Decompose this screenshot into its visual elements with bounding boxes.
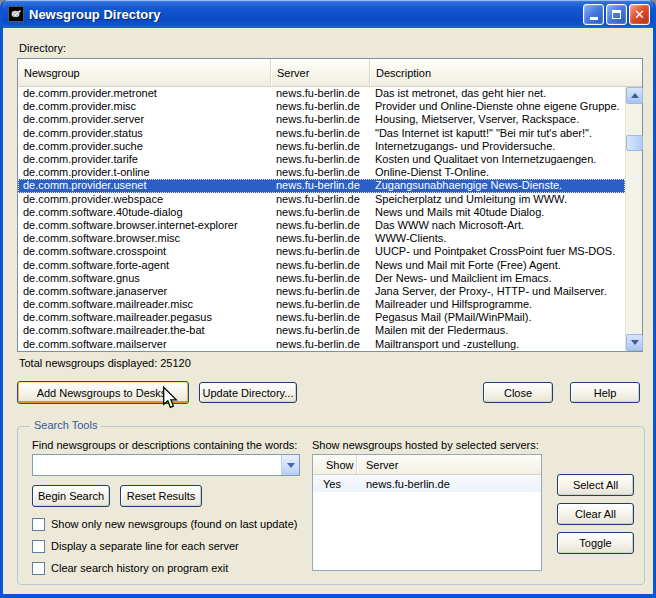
total-newsgroups-label: Total newsgroups displayed: 25120 (19, 357, 191, 369)
table-row[interactable]: de.comm.provider.usenetnews.fu-berlin.de… (18, 179, 625, 192)
table-row[interactable]: de.comm.provider.metronetnews.fu-berlin.… (18, 87, 625, 100)
table-cell: news.fu-berlin.de (271, 166, 370, 179)
table-row[interactable]: de.comm.software.mailreader.miscnews.fu-… (18, 298, 625, 311)
server-cell: news.fu-berlin.de (357, 478, 541, 490)
directory-label: Directory: (19, 42, 66, 54)
table-cell: de.comm.provider.t-online (18, 166, 271, 179)
table-row[interactable]: de.comm.software.forte-agentnews.fu-berl… (18, 258, 625, 271)
table-cell: news.fu-berlin.de (271, 245, 370, 258)
table-cell: de.comm.software.browser.internet-explor… (18, 219, 271, 232)
server-column-server[interactable]: Server (357, 455, 541, 474)
table-cell: de.comm.software.browser.misc (18, 232, 271, 245)
checkbox-row[interactable]: Show only new newsgroups (found on last … (32, 517, 297, 531)
newsgroup-table: Newsgroup Server Description de.comm.pro… (17, 58, 643, 352)
checkbox-row[interactable]: Clear search history on program exit (32, 561, 297, 575)
maximize-button[interactable] (606, 4, 627, 25)
vertical-scrollbar[interactable] (625, 87, 642, 351)
column-header-newsgroup[interactable]: Newsgroup (18, 59, 271, 86)
table-cell: de.comm.provider.status (18, 127, 271, 140)
table-row[interactable]: de.comm.provider.suchenews.fu-berlin.deI… (18, 140, 625, 153)
checkbox-label: Display a separate line for each server (51, 540, 239, 552)
table-cell: de.comm.software.40tude-dialog (18, 206, 271, 219)
table-cell: Der News- und Mailclient im Emacs. (370, 272, 625, 285)
table-row[interactable]: de.comm.software.browser.miscnews.fu-ber… (18, 232, 625, 245)
server-row[interactable]: Yesnews.fu-berlin.de (313, 475, 541, 492)
table-row[interactable]: de.comm.software.mailservernews.fu-berli… (18, 338, 625, 351)
table-cell: de.comm.software.mailreader.the-bat (18, 324, 271, 337)
table-row[interactable]: de.comm.software.crosspointnews.fu-berli… (18, 245, 625, 258)
table-row[interactable]: de.comm.software.gnusnews.fu-berlin.deDe… (18, 272, 625, 285)
toggle-button[interactable]: Toggle (557, 532, 634, 554)
minimize-button[interactable] (583, 4, 604, 25)
table-row[interactable]: de.comm.provider.statusnews.fu-berlin.de… (18, 127, 625, 140)
reset-results-button[interactable]: Reset Results (120, 485, 202, 507)
table-row[interactable]: de.comm.provider.tarifenews.fu-berlin.de… (18, 153, 625, 166)
close-button[interactable]: Close (483, 382, 553, 403)
table-cell: news.fu-berlin.de (271, 206, 370, 219)
table-row[interactable]: de.comm.software.janaservernews.fu-berli… (18, 285, 625, 298)
select-all-button[interactable]: Select All (557, 474, 634, 496)
table-cell: de.comm.provider.metronet (18, 87, 271, 100)
table-row[interactable]: de.comm.software.40tude-dialognews.fu-be… (18, 206, 625, 219)
server-cell: Yes (313, 478, 357, 490)
table-row[interactable]: de.comm.provider.miscnews.fu-berlin.dePr… (18, 100, 625, 113)
table-row[interactable]: de.comm.software.browser.internet-explor… (18, 219, 625, 232)
table-row[interactable]: de.comm.software.mailreader.pegasusnews.… (18, 311, 625, 324)
table-cell: de.comm.software.mailserver (18, 338, 271, 351)
table-cell: news.fu-berlin.de (271, 272, 370, 285)
close-window-button[interactable]: ✕ (629, 4, 650, 25)
begin-search-button[interactable]: Begin Search (32, 485, 110, 507)
table-cell: news.fu-berlin.de (271, 193, 370, 206)
server-list: Show Server Yesnews.fu-berlin.de (312, 454, 542, 571)
servers-label: Show newsgroups hosted by selected serve… (312, 439, 539, 451)
search-words-combobox[interactable] (32, 454, 300, 476)
column-header-server[interactable]: Server (271, 59, 370, 86)
scroll-up-button[interactable] (626, 87, 643, 104)
table-cell: de.comm.software.mailreader.misc (18, 298, 271, 311)
column-header-description[interactable]: Description (370, 59, 642, 86)
table-cell: news.fu-berlin.de (271, 338, 370, 351)
newsgroup-table-body: de.comm.provider.metronetnews.fu-berlin.… (18, 87, 625, 351)
table-cell: news.fu-berlin.de (271, 113, 370, 126)
search-words-value[interactable] (33, 455, 281, 475)
checkbox-unchecked[interactable] (32, 518, 45, 531)
table-cell: de.comm.software.forte-agent (18, 259, 271, 272)
table-cell: de.comm.software.crosspoint (18, 245, 271, 258)
help-button[interactable]: Help (570, 382, 640, 403)
table-row[interactable]: de.comm.software.mailreader.the-batnews.… (18, 324, 625, 337)
table-cell: Das ist metronet, das geht hier net. (370, 87, 625, 100)
table-cell: news.fu-berlin.de (271, 100, 370, 113)
minimize-icon (590, 17, 598, 20)
table-cell: news.fu-berlin.de (271, 219, 370, 232)
app-icon (8, 6, 24, 22)
chevron-up-icon (631, 93, 639, 98)
add-newsgroups-button[interactable]: Add Newsgroups to Desks. (17, 381, 189, 404)
table-cell: Speicherplatz und Umleitung im WWW. (370, 193, 625, 206)
checkbox-unchecked[interactable] (32, 562, 45, 575)
combo-dropdown-button[interactable] (281, 455, 299, 475)
table-cell: de.comm.provider.misc (18, 100, 271, 113)
search-tools-title: Search Tools (30, 419, 101, 431)
scroll-down-button[interactable] (626, 334, 643, 351)
close-icon: ✕ (634, 8, 645, 21)
search-tools-groupbox: Search Tools Find newsgroups or descript… (17, 426, 645, 585)
table-cell: Das WWW nach Microsoft-Art. (370, 219, 625, 232)
table-row[interactable]: de.comm.provider.servernews.fu-berlin.de… (18, 113, 625, 126)
table-cell: news.fu-berlin.de (271, 153, 370, 166)
table-cell: de.comm.provider.webspace (18, 193, 271, 206)
checkbox-row[interactable]: Display a separate line for each server (32, 539, 297, 553)
checkbox-unchecked[interactable] (32, 540, 45, 553)
table-row[interactable]: de.comm.provider.t-onlinenews.fu-berlin.… (18, 166, 625, 179)
table-cell: de.comm.software.mailreader.pegasus (18, 311, 271, 324)
table-cell: de.comm.provider.server (18, 113, 271, 126)
table-cell: de.comm.provider.suche (18, 140, 271, 153)
table-cell: Housing, Mietserver, Vserver, Rackspace. (370, 113, 625, 126)
chevron-down-icon (287, 463, 295, 468)
clear-all-button[interactable]: Clear All (557, 503, 634, 525)
scrollbar-thumb[interactable] (626, 135, 643, 151)
update-directory-button[interactable]: Update Directory... (199, 382, 297, 403)
table-cell: Zugangsunabhaengige News-Dienste. (370, 179, 625, 192)
table-row[interactable]: de.comm.provider.webspacenews.fu-berlin.… (18, 193, 625, 206)
table-cell: news.fu-berlin.de (271, 298, 370, 311)
server-column-show[interactable]: Show (313, 455, 357, 474)
